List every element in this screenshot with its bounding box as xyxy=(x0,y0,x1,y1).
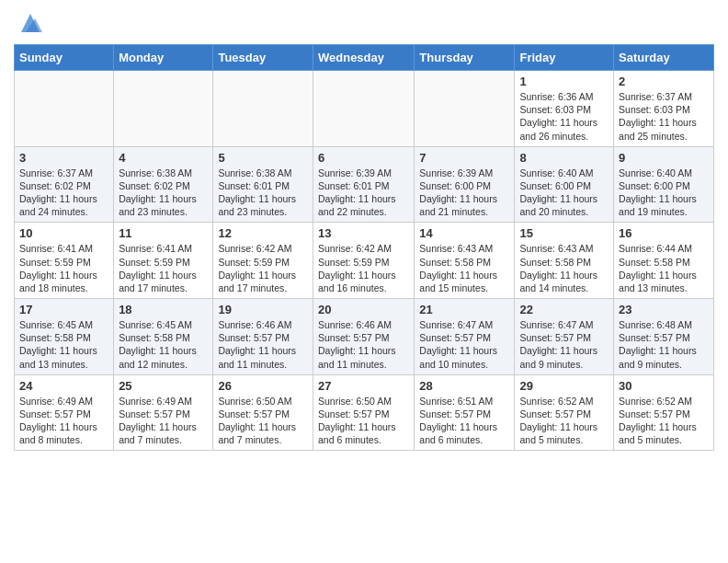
calendar-cell: 7Sunrise: 6:39 AM Sunset: 6:00 PM Daylig… xyxy=(415,146,515,223)
day-number: 18 xyxy=(119,303,208,316)
page-container: SundayMondayTuesdayWednesdayThursdayFrid… xyxy=(0,0,728,460)
day-info: Sunrise: 6:49 AM Sunset: 5:57 PM Dayligh… xyxy=(119,395,208,447)
day-info: Sunrise: 6:41 AM Sunset: 5:59 PM Dayligh… xyxy=(19,242,108,294)
calendar-cell: 9Sunrise: 6:40 AM Sunset: 6:00 PM Daylig… xyxy=(614,146,714,223)
day-number: 19 xyxy=(218,303,308,316)
calendar-week-row: 10Sunrise: 6:41 AM Sunset: 5:59 PM Dayli… xyxy=(15,223,714,299)
calendar-cell: 30Sunrise: 6:52 AM Sunset: 5:57 PM Dayli… xyxy=(614,374,714,451)
day-number: 13 xyxy=(318,226,409,240)
day-header-wednesday: Wednesday xyxy=(313,45,414,71)
day-info: Sunrise: 6:52 AM Sunset: 5:57 PM Dayligh… xyxy=(519,395,609,447)
day-info: Sunrise: 6:42 AM Sunset: 5:59 PM Dayligh… xyxy=(318,242,409,294)
calendar-cell xyxy=(15,71,114,147)
day-info: Sunrise: 6:40 AM Sunset: 6:00 PM Dayligh… xyxy=(619,167,709,219)
calendar-cell: 19Sunrise: 6:46 AM Sunset: 5:57 PM Dayli… xyxy=(213,299,313,375)
calendar-cell xyxy=(415,71,515,147)
calendar-cell: 1Sunrise: 6:36 AM Sunset: 6:03 PM Daylig… xyxy=(515,71,614,147)
calendar-cell: 22Sunrise: 6:47 AM Sunset: 5:57 PM Dayli… xyxy=(515,299,614,375)
day-number: 20 xyxy=(318,303,409,316)
day-number: 29 xyxy=(519,379,609,393)
calendar-cell: 25Sunrise: 6:49 AM Sunset: 5:57 PM Dayli… xyxy=(114,374,213,451)
day-number: 30 xyxy=(619,379,709,393)
day-info: Sunrise: 6:49 AM Sunset: 5:57 PM Dayligh… xyxy=(19,395,108,447)
day-info: Sunrise: 6:43 AM Sunset: 5:58 PM Dayligh… xyxy=(419,242,509,294)
logo xyxy=(14,9,44,37)
calendar-cell: 3Sunrise: 6:37 AM Sunset: 6:02 PM Daylig… xyxy=(15,146,114,223)
day-info: Sunrise: 6:52 AM Sunset: 5:57 PM Dayligh… xyxy=(619,395,709,447)
day-number: 27 xyxy=(318,379,409,393)
day-info: Sunrise: 6:38 AM Sunset: 6:02 PM Dayligh… xyxy=(119,167,208,219)
day-info: Sunrise: 6:47 AM Sunset: 5:57 PM Dayligh… xyxy=(419,318,509,371)
day-info: Sunrise: 6:42 AM Sunset: 5:59 PM Dayligh… xyxy=(218,242,308,294)
header xyxy=(14,9,714,37)
day-number: 28 xyxy=(419,379,509,393)
day-info: Sunrise: 6:51 AM Sunset: 5:57 PM Dayligh… xyxy=(419,395,509,447)
calendar-cell: 29Sunrise: 6:52 AM Sunset: 5:57 PM Dayli… xyxy=(515,374,614,451)
calendar-cell: 12Sunrise: 6:42 AM Sunset: 5:59 PM Dayli… xyxy=(213,223,313,299)
day-info: Sunrise: 6:44 AM Sunset: 5:58 PM Dayligh… xyxy=(619,242,709,294)
day-info: Sunrise: 6:47 AM Sunset: 5:57 PM Dayligh… xyxy=(519,318,609,371)
day-header-thursday: Thursday xyxy=(415,45,515,71)
calendar-cell: 24Sunrise: 6:49 AM Sunset: 5:57 PM Dayli… xyxy=(15,374,114,451)
calendar-cell: 14Sunrise: 6:43 AM Sunset: 5:58 PM Dayli… xyxy=(415,223,515,299)
calendar-cell: 10Sunrise: 6:41 AM Sunset: 5:59 PM Dayli… xyxy=(15,223,114,299)
day-info: Sunrise: 6:46 AM Sunset: 5:57 PM Dayligh… xyxy=(218,318,308,371)
calendar-cell: 11Sunrise: 6:41 AM Sunset: 5:59 PM Dayli… xyxy=(114,223,213,299)
calendar-cell xyxy=(213,71,313,147)
calendar-week-row: 17Sunrise: 6:45 AM Sunset: 5:58 PM Dayli… xyxy=(15,299,714,375)
calendar-cell: 2Sunrise: 6:37 AM Sunset: 6:03 PM Daylig… xyxy=(614,71,714,147)
day-number: 21 xyxy=(419,303,509,316)
day-info: Sunrise: 6:50 AM Sunset: 5:57 PM Dayligh… xyxy=(218,395,308,447)
day-info: Sunrise: 6:50 AM Sunset: 5:57 PM Dayligh… xyxy=(318,395,409,447)
calendar-cell: 20Sunrise: 6:46 AM Sunset: 5:57 PM Dayli… xyxy=(313,299,414,375)
calendar-header-row: SundayMondayTuesdayWednesdayThursdayFrid… xyxy=(15,45,714,71)
calendar-cell: 21Sunrise: 6:47 AM Sunset: 5:57 PM Dayli… xyxy=(415,299,515,375)
day-number: 9 xyxy=(619,151,709,165)
calendar-cell: 28Sunrise: 6:51 AM Sunset: 5:57 PM Dayli… xyxy=(415,374,515,451)
day-header-monday: Monday xyxy=(114,45,213,71)
calendar-cell: 27Sunrise: 6:50 AM Sunset: 5:57 PM Dayli… xyxy=(313,374,414,451)
calendar-cell: 18Sunrise: 6:45 AM Sunset: 5:58 PM Dayli… xyxy=(114,299,213,375)
day-info: Sunrise: 6:45 AM Sunset: 5:58 PM Dayligh… xyxy=(19,318,108,371)
day-number: 8 xyxy=(519,151,609,165)
day-info: Sunrise: 6:45 AM Sunset: 5:58 PM Dayligh… xyxy=(119,318,208,371)
calendar-week-row: 3Sunrise: 6:37 AM Sunset: 6:02 PM Daylig… xyxy=(15,146,714,223)
day-info: Sunrise: 6:40 AM Sunset: 6:00 PM Dayligh… xyxy=(519,167,609,219)
day-number: 14 xyxy=(419,226,509,240)
day-number: 26 xyxy=(218,379,308,393)
day-header-saturday: Saturday xyxy=(614,45,714,71)
calendar-cell: 5Sunrise: 6:38 AM Sunset: 6:01 PM Daylig… xyxy=(213,146,313,223)
calendar-cell: 23Sunrise: 6:48 AM Sunset: 5:57 PM Dayli… xyxy=(614,299,714,375)
calendar-cell: 15Sunrise: 6:43 AM Sunset: 5:58 PM Dayli… xyxy=(515,223,614,299)
day-number: 11 xyxy=(119,226,208,240)
logo-icon xyxy=(17,9,44,37)
calendar-cell: 13Sunrise: 6:42 AM Sunset: 5:59 PM Dayli… xyxy=(313,223,414,299)
calendar-cell: 26Sunrise: 6:50 AM Sunset: 5:57 PM Dayli… xyxy=(213,374,313,451)
day-info: Sunrise: 6:39 AM Sunset: 6:00 PM Dayligh… xyxy=(419,167,509,219)
calendar-cell: 6Sunrise: 6:39 AM Sunset: 6:01 PM Daylig… xyxy=(313,146,414,223)
day-info: Sunrise: 6:37 AM Sunset: 6:03 PM Dayligh… xyxy=(619,90,709,143)
day-number: 22 xyxy=(519,303,609,316)
day-header-tuesday: Tuesday xyxy=(213,45,313,71)
day-info: Sunrise: 6:39 AM Sunset: 6:01 PM Dayligh… xyxy=(318,167,409,219)
day-number: 7 xyxy=(419,151,509,165)
day-info: Sunrise: 6:36 AM Sunset: 6:03 PM Dayligh… xyxy=(519,90,609,143)
day-number: 15 xyxy=(519,226,609,240)
calendar-cell: 8Sunrise: 6:40 AM Sunset: 6:00 PM Daylig… xyxy=(515,146,614,223)
day-number: 5 xyxy=(218,151,308,165)
day-info: Sunrise: 6:43 AM Sunset: 5:58 PM Dayligh… xyxy=(519,242,609,294)
day-info: Sunrise: 6:37 AM Sunset: 6:02 PM Dayligh… xyxy=(19,167,108,219)
day-info: Sunrise: 6:46 AM Sunset: 5:57 PM Dayligh… xyxy=(318,318,409,371)
day-number: 16 xyxy=(619,226,709,240)
day-number: 3 xyxy=(19,151,108,165)
calendar-table: SundayMondayTuesdayWednesdayThursdayFrid… xyxy=(14,44,714,451)
day-number: 2 xyxy=(619,75,709,88)
day-number: 4 xyxy=(119,151,208,165)
day-info: Sunrise: 6:48 AM Sunset: 5:57 PM Dayligh… xyxy=(619,318,709,371)
day-number: 24 xyxy=(19,379,108,393)
calendar-cell: 4Sunrise: 6:38 AM Sunset: 6:02 PM Daylig… xyxy=(114,146,213,223)
day-number: 23 xyxy=(619,303,709,316)
day-number: 1 xyxy=(519,75,609,88)
calendar-cell: 16Sunrise: 6:44 AM Sunset: 5:58 PM Dayli… xyxy=(614,223,714,299)
day-number: 25 xyxy=(119,379,208,393)
